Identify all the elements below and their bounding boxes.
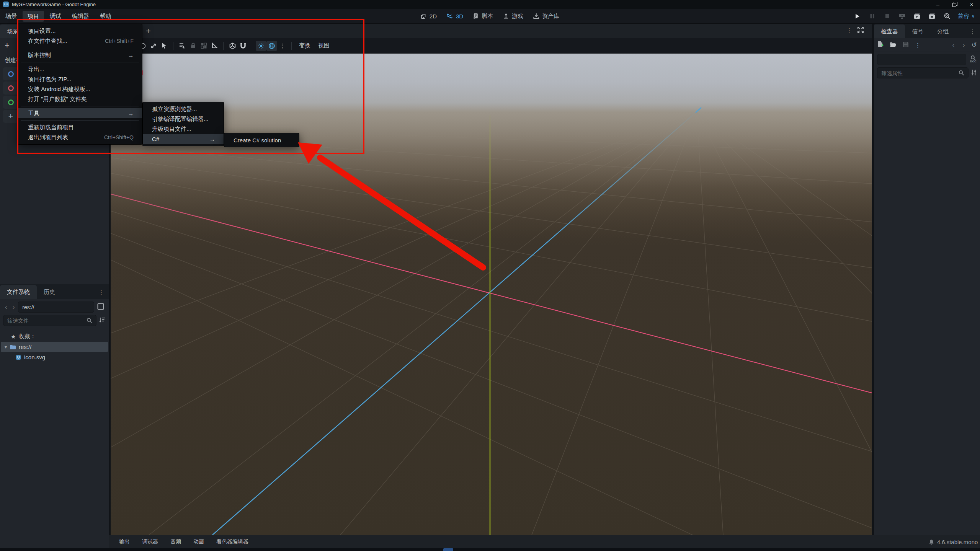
select-tool-icon[interactable] bbox=[159, 41, 170, 51]
split-view-icon[interactable] bbox=[96, 303, 106, 311]
lock-icon[interactable] bbox=[188, 41, 198, 51]
bottom-tab-output[interactable]: 输出 bbox=[114, 536, 134, 547]
menu-item-quit-to-project-list[interactable]: 退出到项目列表Ctrl+Shift+Q bbox=[18, 132, 142, 142]
tab-filesystem[interactable]: 文件系统 bbox=[0, 285, 37, 299]
tab-groups[interactable]: 分组 bbox=[930, 24, 956, 38]
menu-item-csharp[interactable]: C#→ bbox=[143, 134, 224, 144]
workspace-game[interactable]: 游戏 bbox=[503, 13, 523, 20]
fs-forward-button[interactable]: › bbox=[11, 303, 17, 311]
local-space-icon[interactable] bbox=[227, 41, 238, 51]
add-node-button[interactable]: + bbox=[5, 42, 10, 49]
tab-inspector[interactable]: 检查器 bbox=[874, 24, 905, 38]
stop-button[interactable] bbox=[883, 12, 892, 20]
bottom-tab-animation[interactable]: 动画 bbox=[189, 536, 209, 547]
open-docs-icon[interactable]: DOC bbox=[969, 55, 977, 64]
create-ui-scene-button[interactable] bbox=[3, 96, 18, 109]
list-select-icon[interactable] bbox=[177, 41, 188, 51]
menu-item-pack-zip[interactable]: 项目打包为 ZIP... bbox=[18, 74, 142, 84]
inspector-filter-input[interactable] bbox=[881, 70, 959, 76]
sort-files-icon[interactable] bbox=[99, 317, 106, 324]
workspace-assetlib[interactable]: 资产库 bbox=[533, 13, 559, 20]
menu-item-find-in-files[interactable]: 在文件中查找...Ctrl+Shift+F bbox=[18, 36, 142, 46]
window-bottom-edge bbox=[0, 548, 980, 551]
scene-tab-bar: + ⋮ bbox=[111, 24, 872, 38]
chevron-down-icon: ∨ bbox=[972, 14, 975, 19]
dock-menu-icon[interactable]: ⋮ bbox=[94, 286, 109, 299]
new-scene-tab-button[interactable]: + bbox=[146, 26, 151, 36]
save-icon[interactable] bbox=[903, 41, 909, 49]
play-scene-button[interactable] bbox=[913, 12, 921, 20]
submenu-arrow-icon: → bbox=[116, 52, 134, 59]
bottom-tab-audio[interactable]: 音频 bbox=[166, 536, 186, 547]
version-info[interactable]: 4.6.stable.mono bbox=[909, 535, 980, 548]
play-custom-scene-button[interactable] bbox=[928, 12, 936, 20]
create-2d-scene-button[interactable] bbox=[3, 67, 18, 80]
version-label: 4.6.stable.mono bbox=[937, 539, 978, 545]
tree-collapse-icon[interactable]: ▾ bbox=[5, 344, 7, 350]
menu-item-upgrade-project-files[interactable]: 升级项目文件... bbox=[143, 124, 224, 134]
menu-item-install-android-template[interactable]: 安装 Android 构建模板... bbox=[18, 84, 142, 94]
menu-item-version-control[interactable]: 版本控制→ bbox=[18, 50, 142, 60]
pause-button[interactable] bbox=[868, 12, 877, 20]
bottom-tab-shader-editor[interactable]: 着色器编辑器 bbox=[212, 536, 253, 547]
create-other-node-button[interactable]: + bbox=[3, 110, 18, 123]
restore-button[interactable] bbox=[946, 0, 963, 9]
menu-project[interactable]: 项目 bbox=[23, 11, 44, 22]
expand-viewport-icon[interactable] bbox=[857, 26, 864, 34]
fs-path-input[interactable] bbox=[18, 302, 94, 313]
submenu-arrow-icon: → bbox=[198, 136, 215, 142]
bottom-panel-bar: 输出 调试器 音频 动画 着色器编辑器 4.6.stable.mono bbox=[111, 535, 980, 548]
menu-editor[interactable]: 编辑器 bbox=[67, 11, 94, 22]
remote-debug-button[interactable] bbox=[898, 12, 906, 20]
create-3d-scene-button[interactable] bbox=[3, 82, 18, 95]
workspace-switcher: 2D 3D 脚本 游戏 资产库 bbox=[421, 13, 559, 20]
viewport-menu-dots-icon[interactable]: ⋮ bbox=[846, 27, 852, 34]
viewport-3d[interactable]: Y X Z bbox=[111, 54, 872, 535]
movie-maker-button[interactable] bbox=[943, 12, 951, 20]
menu-item-reload-project[interactable]: 重新加载当前项目 bbox=[18, 122, 142, 132]
inspector-tools-icon[interactable] bbox=[971, 69, 977, 77]
minimize-button[interactable]: – bbox=[929, 0, 946, 9]
menu-item-create-csharp-solution[interactable]: Create C# solution bbox=[224, 135, 299, 145]
extra-options-dots-icon[interactable]: ⋮ bbox=[277, 41, 288, 51]
menu-item-tools[interactable]: 工具→ bbox=[18, 108, 142, 118]
tab-signals[interactable]: 信号 bbox=[905, 24, 930, 38]
edit-prev-icon[interactable]: ‹ bbox=[950, 41, 956, 49]
favorites-row: ★ 收藏： bbox=[0, 331, 109, 342]
preview-environment-icon[interactable] bbox=[266, 41, 277, 51]
menu-item-open-user-data-folder[interactable]: 打开 "用户数据" 文件夹 bbox=[18, 94, 142, 104]
workspace-3d[interactable]: 3D bbox=[447, 13, 463, 20]
history-icon[interactable]: ↺ bbox=[972, 41, 977, 49]
scale-tool-icon[interactable] bbox=[148, 41, 159, 51]
transform-menu[interactable]: 变换 bbox=[295, 41, 314, 51]
bottom-tab-debugger[interactable]: 调试器 bbox=[137, 536, 163, 547]
menu-item-project-settings[interactable]: 项目设置... bbox=[18, 26, 142, 36]
fs-filter-input[interactable] bbox=[7, 318, 87, 324]
menu-scene[interactable]: 场景 bbox=[0, 11, 22, 22]
tab-history[interactable]: 历史 bbox=[37, 285, 62, 299]
menu-debug[interactable]: 调试 bbox=[45, 11, 66, 22]
workspace-2d[interactable]: 2D bbox=[421, 13, 437, 20]
menu-help[interactable]: 帮助 bbox=[95, 11, 116, 22]
menu-item-orphan-resource-explorer[interactable]: 孤立资源浏览器... bbox=[143, 104, 224, 114]
tree-row-res[interactable]: ▾ res:// bbox=[1, 342, 108, 352]
resource-options-dots-icon[interactable]: ⋮ bbox=[915, 42, 921, 49]
fs-back-button[interactable]: ‹ bbox=[3, 303, 9, 311]
dock-menu-icon[interactable]: ⋮ bbox=[965, 25, 980, 38]
play-button[interactable] bbox=[853, 12, 862, 20]
close-button[interactable]: × bbox=[963, 0, 980, 9]
view-menu[interactable]: 视图 bbox=[314, 41, 333, 51]
renderer-select[interactable]: 兼容 ∨ bbox=[958, 13, 975, 20]
edit-next-icon[interactable]: › bbox=[961, 41, 967, 49]
star-icon: ★ bbox=[11, 333, 16, 340]
menu-item-engine-compile-config[interactable]: 引擎编译配置编辑器... bbox=[143, 114, 224, 124]
new-resource-icon[interactable] bbox=[877, 41, 884, 49]
preview-sunlight-icon[interactable] bbox=[256, 41, 266, 51]
menu-item-export[interactable]: 导出... bbox=[18, 64, 142, 74]
tree-row-icon-svg[interactable]: icon.svg bbox=[0, 352, 109, 362]
load-resource-icon[interactable] bbox=[890, 42, 897, 49]
workspace-script[interactable]: 脚本 bbox=[473, 13, 493, 20]
ruler-icon[interactable] bbox=[209, 41, 220, 51]
snap-icon[interactable] bbox=[238, 41, 248, 51]
group-icon[interactable] bbox=[198, 41, 209, 51]
